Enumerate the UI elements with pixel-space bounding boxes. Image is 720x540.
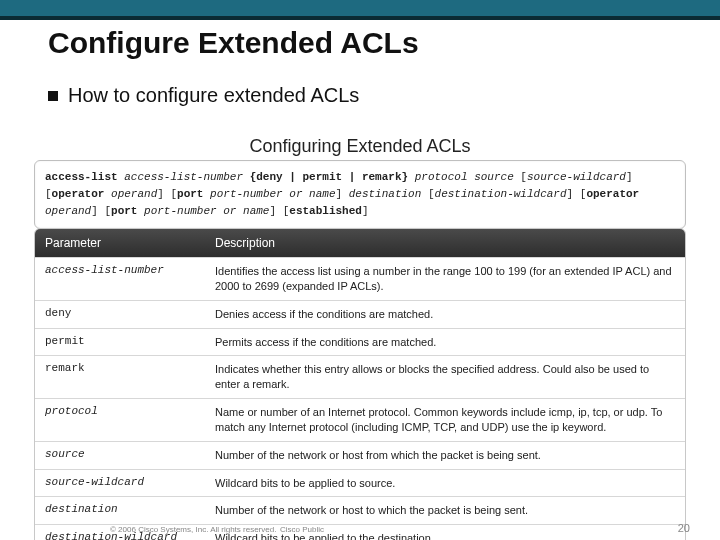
table-row: sourceNumber of the network or host from… — [35, 441, 685, 469]
syntax-token: port-number or name — [144, 205, 269, 217]
page-title: Configure Extended ACLs — [48, 26, 419, 60]
param-cell: destination — [35, 497, 205, 524]
table-row: destinationNumber of the network or host… — [35, 496, 685, 524]
table-row: protocolName or number of an Internet pr… — [35, 398, 685, 441]
header-parameter: Parameter — [35, 229, 205, 257]
parameter-table: Parameter Description access-list-number… — [34, 228, 686, 540]
param-cell: deny — [35, 301, 205, 328]
syntax-token: ] [ — [157, 188, 177, 200]
syntax-token: ] — [336, 188, 349, 200]
syntax-token: port-number or name — [210, 188, 335, 200]
desc-cell: Identifies the access list using a numbe… — [205, 258, 685, 300]
syntax-token: [ — [514, 171, 527, 183]
footer-page: 20 — [678, 522, 690, 534]
table-header: Parameter Description — [35, 229, 685, 257]
subtitle-text: How to configure extended ACLs — [68, 84, 359, 106]
param-cell: protocol — [35, 399, 205, 441]
slide: Configure Extended ACLs How to configure… — [0, 0, 720, 540]
table-row: remarkIndicates whether this entry allow… — [35, 355, 685, 398]
panel-title: Configuring Extended ACLs — [0, 136, 720, 157]
syntax-box: access-list access-list-number {deny | p… — [34, 160, 686, 229]
table-row: permitPermits access if the conditions a… — [35, 328, 685, 356]
syntax-token: [ — [45, 188, 52, 200]
table-row: access-list-numberIdentifies the access … — [35, 257, 685, 300]
table-row: denyDenies access if the conditions are … — [35, 300, 685, 328]
desc-cell: Wildcard bits to be applied to source. — [205, 470, 685, 497]
syntax-token — [243, 171, 250, 183]
desc-cell: Wildcard bits to be applied to the desti… — [205, 525, 685, 540]
syntax-token: {deny | permit | remark} — [250, 171, 408, 183]
desc-cell: Indicates whether this entry allows or b… — [205, 356, 685, 398]
footer-copyright: © 2006 Cisco Systems, Inc. All rights re… — [110, 525, 276, 534]
param-cell: permit — [35, 329, 205, 356]
syntax-token: port — [111, 205, 137, 217]
syntax-token: operand — [45, 205, 91, 217]
desc-cell: Denies access if the conditions are matc… — [205, 301, 685, 328]
syntax-token: operand — [111, 188, 157, 200]
syntax-token: access-list — [45, 171, 118, 183]
syntax-token: ] [ — [91, 205, 111, 217]
accent-bar — [0, 0, 720, 20]
syntax-token: destination-wildcard — [435, 188, 567, 200]
syntax-token: [ — [421, 188, 434, 200]
syntax-token: operator — [586, 188, 639, 200]
table-row: source-wildcardWildcard bits to be appli… — [35, 469, 685, 497]
desc-cell: Name or number of an Internet protocol. … — [205, 399, 685, 441]
param-cell: remark — [35, 356, 205, 398]
syntax-token: ] [ — [269, 205, 289, 217]
syntax-token: ] — [362, 205, 369, 217]
syntax-token: destination — [349, 188, 422, 200]
syntax-token: port — [177, 188, 203, 200]
syntax-token: established — [289, 205, 362, 217]
syntax-token: operator — [52, 188, 105, 200]
syntax-token: access-list-number — [124, 171, 243, 183]
syntax-token: protocol source — [415, 171, 514, 183]
desc-cell: Number of the network or host from which… — [205, 442, 685, 469]
param-cell: access-list-number — [35, 258, 205, 300]
header-description: Description — [205, 229, 685, 257]
param-cell: source-wildcard — [35, 470, 205, 497]
syntax-token: ] — [626, 171, 633, 183]
desc-cell: Number of the network or host to which t… — [205, 497, 685, 524]
syntax-token — [408, 171, 415, 183]
syntax-token: source-wildcard — [527, 171, 626, 183]
param-cell: source — [35, 442, 205, 469]
desc-cell: Permits access if the conditions are mat… — [205, 329, 685, 356]
syntax-token: ] [ — [567, 188, 587, 200]
subtitle-row: How to configure extended ACLs — [48, 84, 359, 107]
footer-classification: Cisco Public — [280, 525, 324, 534]
bullet-icon — [48, 91, 58, 101]
